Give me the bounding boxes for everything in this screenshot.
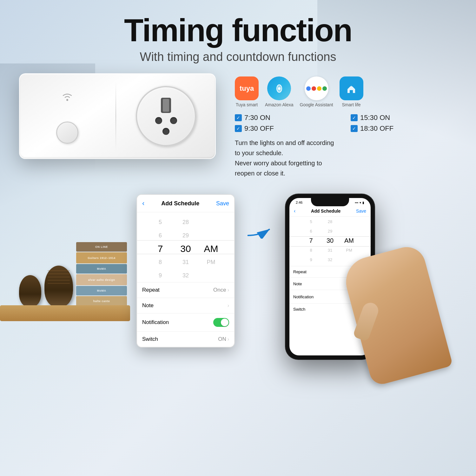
dot-red: [312, 86, 316, 91]
middle-section: tuya Tuya smart Amazon Alexa: [0, 64, 476, 178]
switch-label: Switch: [142, 336, 158, 342]
google-app-item: Google Assistant: [300, 76, 333, 107]
minute-column: 28 29 30 31 32: [173, 215, 198, 282]
tuya-icon: tuya: [235, 76, 259, 100]
book-3: MoMA: [76, 264, 127, 274]
hour-5: 5: [148, 215, 173, 229]
info-panel: tuya Tuya smart Amazon Alexa: [235, 73, 457, 178]
note-chevron: ›: [228, 303, 229, 308]
book-1: ON LINE: [76, 242, 127, 252]
schedule-item-4: ✓ 18:30 OFF: [351, 124, 457, 133]
checkbox-3: ✓: [235, 125, 242, 132]
tuya-label: Tuya smart: [236, 102, 258, 107]
notification-label: Notification: [142, 319, 169, 326]
book-4: alvar aalto design: [76, 274, 127, 285]
alexa-icon: [267, 76, 291, 100]
checkbox-2: ✓: [351, 114, 358, 121]
hour-7-selected: 7: [148, 242, 173, 255]
hand-area: [343, 226, 438, 378]
schedule-item-1: ✓ 7:30 ON: [235, 114, 341, 122]
checkbox-1: ✓: [235, 114, 242, 121]
min-29: 29: [173, 229, 198, 242]
pine-cone-large: [44, 266, 73, 307]
socket-hole-right: [170, 117, 177, 124]
p-min-32: 32: [321, 255, 340, 264]
repeat-value: Once ›: [213, 287, 229, 293]
dot-yellow: [317, 86, 321, 91]
schedule-time-1: 7:30 ON: [244, 114, 270, 122]
smartlife-icon: [340, 76, 363, 100]
google-dots: [306, 86, 327, 91]
min-30-selected: 30: [173, 242, 198, 255]
phone-notification-label: Notification: [293, 294, 314, 299]
switch-chevron: ›: [228, 336, 229, 342]
switch-row[interactable]: Switch ON ›: [137, 331, 234, 347]
decor-area: ON LINE Guitars 1912–1914 MoMA alvar aal…: [19, 194, 124, 321]
p-hour-9: 9: [301, 255, 321, 264]
svg-point-3: [278, 87, 281, 90]
switch-left: [29, 80, 105, 153]
p-hour-5: 5: [301, 217, 321, 226]
battery-icon: ▮: [362, 201, 364, 204]
phone-screen-title: Add Schedule: [311, 208, 340, 214]
repeat-row[interactable]: Repeat Once ›: [137, 282, 234, 298]
notification-toggle[interactable]: [213, 318, 229, 327]
books-stack: ON LINE Guitars 1912–1914 MoMA alvar aal…: [76, 242, 127, 307]
min-28: 28: [173, 215, 198, 229]
repeat-chevron: ›: [228, 287, 229, 293]
socket-holes: [155, 117, 177, 124]
period-pm: PM: [198, 255, 224, 269]
notification-row[interactable]: Notification: [137, 313, 234, 331]
smartlife-app-item: Smart life: [340, 76, 363, 107]
socket-right: [126, 81, 206, 151]
hour-8: 8: [148, 255, 173, 269]
switch-value: ON ›: [218, 336, 229, 342]
wifi-icon: [61, 92, 74, 103]
p-hour-8: 8: [301, 245, 321, 255]
note-row[interactable]: Note ›: [137, 298, 234, 313]
p-hour-6: 6: [301, 226, 321, 236]
app-screens: ‹ Add Schedule Save 5 6 7 8 9: [136, 194, 457, 359]
touch-button[interactable]: [56, 122, 78, 144]
schedule-item-2: ✓ 15:30 ON: [351, 114, 457, 122]
save-button[interactable]: Save: [216, 200, 229, 207]
socket-ground: [162, 128, 169, 135]
svg-point-0: [66, 99, 68, 101]
dot-green: [322, 86, 327, 91]
p-min-29: 29: [321, 226, 340, 236]
panel-divider: [116, 81, 116, 151]
tuya-app-item: tuya Tuya smart: [235, 76, 259, 107]
hour-column: 5 6 7 8 9: [148, 215, 173, 282]
hour-6: 6: [148, 229, 173, 242]
phone-save-btn[interactable]: Save: [356, 208, 366, 214]
note-label: Note: [142, 302, 154, 309]
table-surface: [0, 305, 130, 321]
alexa-label: Amazon Alexa: [265, 102, 294, 107]
phone-container: 2:46 ▪▪▪ ▾ ▮ ‹ Add Schedule Save: [286, 194, 374, 359]
p-min-28: 28: [321, 217, 340, 226]
time-picker[interactable]: 5 6 7 8 9 28 29 30 31 32: [137, 212, 234, 282]
p-min-31: 31: [321, 245, 340, 255]
screen-title: Add Schedule: [161, 200, 199, 207]
book-5: MoMA: [76, 286, 127, 295]
app-screen-header: ‹ Add Schedule Save: [137, 195, 234, 212]
phone-switch-label: Switch: [293, 307, 305, 312]
socket-hole-left: [155, 117, 162, 124]
switch-panel: [19, 73, 216, 159]
google-icon: [305, 76, 328, 100]
schedule-list: ✓ 7:30 ON ✓ 15:30 ON ✓ 9:30 OFF ✓ 18:30 …: [235, 114, 457, 133]
svg-rect-4: [350, 90, 353, 93]
back-button[interactable]: ‹: [142, 199, 144, 208]
alexa-app-item: Amazon Alexa: [265, 76, 294, 107]
checkbox-4: ✓: [351, 125, 358, 132]
dot-blue: [306, 86, 311, 91]
app-icons-row: tuya Tuya smart Amazon Alexa: [235, 76, 457, 107]
app-screen-large: ‹ Add Schedule Save 5 6 7 8 9: [136, 194, 235, 347]
min-32: 32: [173, 269, 198, 282]
hand-shape: [340, 243, 453, 387]
phone-notch: [311, 198, 349, 206]
socket: [136, 86, 196, 146]
phone-back-btn[interactable]: ‹: [294, 208, 295, 214]
time-picker-row: 5 6 7 8 9 28 29 30 31 32: [137, 215, 234, 282]
phone-app-header: ‹ Add Schedule Save: [289, 206, 371, 217]
